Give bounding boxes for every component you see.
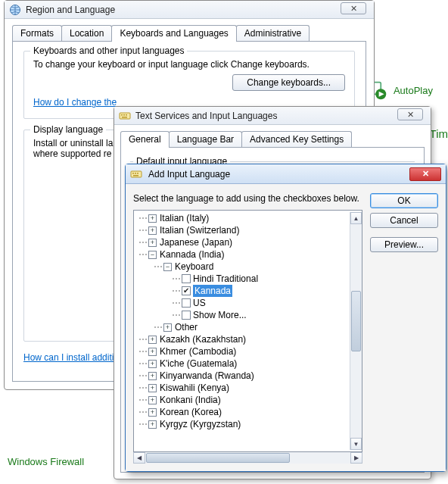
scroll-thumb[interactable] [351, 291, 361, 351]
tree-line-icon: ⋯ [138, 248, 147, 261]
addlang-titlebar[interactable]: Add Input Language ✕ [126, 164, 446, 184]
horizontal-scrollbar[interactable]: ◀ ▶ [133, 451, 362, 464]
expand-icon[interactable]: + [148, 336, 157, 344]
tree-label: Hindi Traditional [193, 273, 258, 285]
tree-label: Kyrgyz (Kyrgyzstan) [160, 418, 241, 430]
tree-label: Keyboard [175, 261, 213, 273]
tree-line-icon: ⋯ [154, 261, 162, 273]
tree-line-icon: ⋯ [138, 406, 147, 418]
tree-label: Kannada [193, 285, 232, 297]
scroll-up-arrow[interactable]: ▲ [350, 212, 362, 224]
tree-line-icon: ⋯ [138, 358, 147, 370]
tree-lang-item[interactable]: ⋯−Kannada (India) [135, 248, 350, 261]
tree-label: US [193, 297, 206, 309]
tree-lang-item[interactable]: ⋯+Italian (Italy) [135, 212, 350, 224]
keyboards-group-label: Keyboards and other input languages [30, 45, 187, 56]
tab-general[interactable]: General [120, 131, 170, 148]
checkbox[interactable]: ✔ [182, 286, 191, 295]
svg-rect-6 [126, 114, 127, 116]
textsvc-tabs: General Language Bar Advanced Key Settin… [114, 125, 431, 147]
region-titlebar[interactable]: Region and Language ✕ [5, 1, 374, 19]
tree-keyboard-option[interactable]: ⋯Hindi Traditional [135, 273, 350, 285]
region-title: Region and Language [26, 5, 115, 15]
tree-line-icon: ⋯ [138, 394, 147, 406]
firewall-link[interactable]: Windows Firewall [8, 456, 84, 467]
close-button[interactable]: ✕ [341, 2, 366, 14]
tab-administrative[interactable]: Administrative [236, 25, 310, 41]
close-button[interactable]: ✕ [409, 167, 441, 181]
tree-keyboard-node[interactable]: ⋯−Keyboard [135, 261, 350, 273]
tree-label: Kazakh (Kazakhstan) [160, 333, 246, 345]
checkbox[interactable] [182, 298, 191, 308]
tree-keyboard-option[interactable]: ⋯US [135, 297, 350, 309]
expand-icon[interactable]: − [163, 263, 172, 271]
svg-rect-9 [132, 173, 134, 174]
checkbox[interactable] [182, 274, 191, 283]
keyboards-group-text: To change your keyboard or input languag… [33, 59, 345, 70]
tree-label: Khmer (Cambodia) [160, 345, 236, 358]
expand-icon[interactable]: + [148, 408, 157, 417]
display-language-group-label: Display language [30, 124, 106, 135]
cancel-button[interactable]: Cancel [370, 213, 438, 228]
tab-location[interactable]: Location [61, 25, 112, 41]
language-tree[interactable]: ⋯+Italian (Italy)⋯+Italian (Switzerland)… [133, 210, 362, 452]
vertical-scrollbar[interactable]: ▲ ▼ [350, 212, 362, 450]
textsvc-title: Text Services and Input Languages [135, 111, 277, 121]
expand-icon[interactable]: + [148, 214, 157, 223]
tree-lang-item[interactable]: ⋯+Kiswahili (Kenya) [135, 382, 350, 394]
svg-rect-4 [121, 114, 123, 116]
expand-icon[interactable]: + [148, 372, 157, 380]
scroll-right-arrow[interactable]: ▶ [350, 452, 362, 464]
expand-icon[interactable]: + [148, 396, 157, 404]
expand-icon[interactable]: + [148, 239, 157, 247]
close-icon: ✕ [407, 110, 414, 120]
expand-icon[interactable]: + [148, 420, 157, 429]
tree-other-node[interactable]: ⋯+Other [135, 321, 350, 333]
preview-button[interactable]: Preview... [370, 237, 438, 252]
tree-lang-item[interactable]: ⋯+K'iche (Guatemala) [135, 358, 350, 370]
change-keyboards-button[interactable]: Change keyboards... [232, 74, 345, 91]
tree-line-icon: ⋯ [172, 309, 180, 321]
tab-formats[interactable]: Formats [12, 25, 62, 41]
tree-lang-item[interactable]: ⋯+Konkani (India) [135, 394, 350, 406]
tree-line-icon: ⋯ [172, 297, 180, 309]
close-button[interactable]: ✕ [397, 108, 423, 120]
tree-lang-item[interactable]: ⋯+Kyrgyz (Kyrgyzstan) [135, 418, 350, 430]
tree-label: Kinyarwanda (Rwanda) [160, 370, 254, 382]
close-icon: ✕ [422, 169, 429, 179]
tree-lang-item[interactable]: ⋯+Kinyarwanda (Rwanda) [135, 370, 350, 382]
scroll-thumb[interactable] [146, 453, 290, 463]
tab-language-bar[interactable]: Language Bar [169, 131, 242, 147]
tree-line-icon: ⋯ [138, 236, 147, 248]
tree-label: Korean (Korea) [160, 406, 222, 418]
tree-label: Italian (Italy) [160, 212, 209, 224]
textsvc-titlebar[interactable]: Text Services and Input Languages ✕ [114, 107, 431, 125]
expand-icon[interactable]: + [148, 348, 157, 356]
tree-keyboard-option[interactable]: ⋯✔Kannada [135, 285, 350, 297]
tree-lang-item[interactable]: ⋯+Kazakh (Kazakhstan) [135, 333, 350, 345]
ok-button[interactable]: OK [370, 193, 438, 208]
keyboard-icon [130, 168, 142, 180]
how-install-link[interactable]: How can I install additi [23, 352, 114, 363]
tab-keyboards-languages[interactable]: Keyboards and Languages [111, 25, 236, 42]
tab-advanced-key[interactable]: Advanced Key Settings [241, 131, 352, 147]
expand-icon[interactable]: + [148, 384, 157, 392]
close-icon: ✕ [350, 4, 357, 14]
tree-label: Kannada (India) [160, 248, 224, 261]
tree-keyboard-option[interactable]: ⋯Show More... [135, 309, 350, 321]
expand-icon[interactable]: − [148, 251, 157, 259]
tree-lang-item[interactable]: ⋯+Italian (Switzerland) [135, 224, 350, 236]
tree-label: Show More... [193, 309, 247, 321]
expand-icon[interactable]: + [163, 323, 172, 332]
expand-icon[interactable]: + [148, 360, 157, 368]
tree-lang-item[interactable]: ⋯+Khmer (Cambodia) [135, 345, 350, 358]
scroll-down-arrow[interactable]: ▼ [350, 438, 362, 450]
tree-lang-item[interactable]: ⋯+Japanese (Japan) [135, 236, 350, 248]
expand-icon[interactable]: + [148, 226, 157, 235]
checkbox[interactable] [182, 311, 191, 320]
tree-line-icon: ⋯ [138, 418, 147, 430]
autoplay-link[interactable]: AutoPlay [366, 80, 433, 101]
tree-lang-item[interactable]: ⋯+Korean (Korea) [135, 406, 350, 418]
how-change-link[interactable]: How do I change the [33, 97, 117, 108]
scroll-left-arrow[interactable]: ◀ [133, 452, 145, 464]
